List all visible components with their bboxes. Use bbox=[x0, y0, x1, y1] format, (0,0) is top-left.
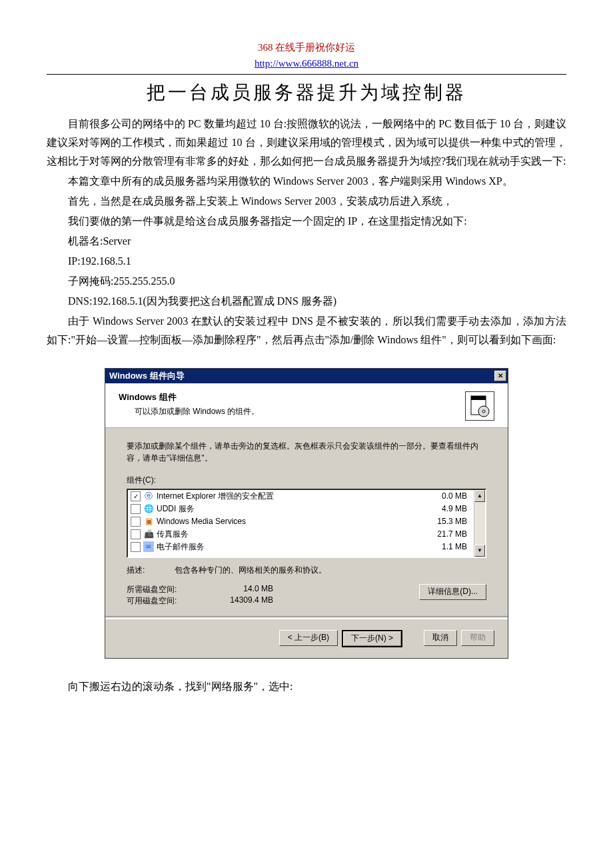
dialog-header-subtitle: 可以添加或删除 Windows 的组件。 bbox=[135, 406, 259, 417]
windows-components-wizard-dialog: Windows 组件向导 ✕ Windows 组件 可以添加或删除 Window… bbox=[105, 368, 508, 659]
paragraph: 由于 Windows Server 2003 在默认的安装过程中 DNS 是不被… bbox=[47, 312, 566, 349]
dialog-header-text: Windows 组件 可以添加或删除 Windows 的组件。 bbox=[119, 391, 259, 417]
dialog-footer: < 上一步(B) 下一步(N) > 取消 帮助 bbox=[105, 619, 508, 658]
component-row[interactable]: ✓ ⓔ Internet Explorer 增强的安全配置 0.0 MB bbox=[128, 490, 474, 503]
components-label: 组件(C): bbox=[127, 475, 486, 486]
details-button-wrap: 详细信息(D)... bbox=[419, 584, 486, 607]
document-page: 368 在线手册祝你好运 http://www.666888.net.cn 把一… bbox=[0, 0, 613, 724]
description-row: 描述: 包含各种专门的、网络相关的服务和协议。 bbox=[127, 565, 486, 576]
paragraph: 向下搬运右边的滚动条，找到"网络服务"，选中: bbox=[47, 677, 566, 696]
scroll-track[interactable] bbox=[474, 502, 485, 545]
cancel-button[interactable]: 取消 bbox=[424, 630, 457, 646]
dialog-title: Windows 组件向导 bbox=[109, 370, 185, 382]
dialog-header-title: Windows 组件 bbox=[119, 391, 259, 403]
component-name: 电子邮件服务 bbox=[157, 541, 420, 553]
checkbox-checked-icon[interactable]: ✓ bbox=[131, 491, 141, 501]
body-text: 目前很多公司的网络中的 PC 数量均超过 10 台:按照微软的说法，一般网络中的… bbox=[47, 115, 566, 349]
dialog-wrapper: Windows 组件向导 ✕ Windows 组件 可以添加或删除 Window… bbox=[47, 368, 566, 659]
dialog-titlebar[interactable]: Windows 组件向导 ✕ bbox=[105, 369, 508, 383]
paragraph: 本篇文章中所有的成员服务器均采用微软的 Windows Server 2003，… bbox=[47, 172, 566, 191]
cd-box-icon bbox=[465, 391, 494, 421]
header-red-text: 368 在线手册祝你好运 bbox=[47, 40, 566, 55]
space-available-label: 可用磁盘空间: bbox=[127, 595, 200, 607]
component-size: 1.1 MB bbox=[420, 542, 470, 551]
mail-icon: ✉ bbox=[143, 541, 154, 552]
ie-icon: ⓔ bbox=[143, 491, 154, 501]
space-available-value: 14309.4 MB bbox=[200, 595, 300, 607]
back-button[interactable]: < 上一步(B) bbox=[279, 630, 338, 646]
header-url-link[interactable]: http://www.666888.net.cn bbox=[255, 58, 358, 69]
component-size: 21.7 MB bbox=[420, 529, 470, 539]
component-name: Internet Explorer 增强的安全配置 bbox=[157, 491, 420, 502]
spacer bbox=[406, 630, 420, 647]
checkbox-unchecked-icon[interactable] bbox=[131, 542, 141, 552]
components-listbox[interactable]: ✓ ⓔ Internet Explorer 增强的安全配置 0.0 MB 🌐 U… bbox=[127, 489, 486, 558]
component-size: 4.9 MB bbox=[420, 504, 470, 513]
dialog-header-panel: Windows 组件 可以添加或删除 Windows 的组件。 bbox=[105, 383, 508, 428]
checkbox-unchecked-icon[interactable] bbox=[131, 504, 141, 514]
paragraph: 机器名:Server bbox=[47, 232, 566, 251]
space-required-value: 14.0 MB bbox=[200, 584, 300, 595]
dialog-instruction: 要添加或删除某个组件，请单击旁边的复选框。灰色框表示只会安装该组件的一部分。要查… bbox=[127, 440, 486, 464]
paragraph: 目前很多公司的网络中的 PC 数量均超过 10 台:按照微软的说法，一般网络中的… bbox=[47, 115, 566, 171]
body-text-after: 向下搬运右边的滚动条，找到"网络服务"，选中: bbox=[47, 677, 566, 696]
space-required-label: 所需磁盘空间: bbox=[127, 584, 200, 595]
paragraph: 我们要做的第一件事就是给这台成员服务器指定一个固定的 IP，在这里指定情况如下: bbox=[47, 212, 566, 231]
component-size: 0.0 MB bbox=[420, 491, 470, 501]
disk-space-values: 所需磁盘空间: 14.0 MB 可用磁盘空间: 14309.4 MB bbox=[127, 584, 419, 607]
component-row[interactable]: 🌐 UDDI 服务 4.9 MB bbox=[128, 503, 474, 515]
listbox-scrollbar[interactable]: ▲ ▼ bbox=[474, 490, 485, 557]
paragraph: 首先，当然是在成员服务器上安装上 Windows Server 2003，安装成… bbox=[47, 192, 566, 211]
globe-icon: 🌐 bbox=[143, 503, 154, 514]
component-name: Windows Media Services bbox=[157, 517, 420, 526]
scroll-up-button[interactable]: ▲ bbox=[474, 490, 485, 502]
fax-icon: 📠 bbox=[143, 529, 154, 539]
paragraph: 子网掩码:255.255.255.0 bbox=[47, 272, 566, 291]
checkbox-unchecked-icon[interactable] bbox=[131, 529, 141, 539]
paragraph: DNS:192.168.5.1(因为我要把这台机器配置成 DNS 服务器) bbox=[47, 292, 566, 311]
checkbox-unchecked-icon[interactable] bbox=[131, 517, 141, 527]
component-row[interactable]: ▣ Windows Media Services 15.3 MB bbox=[128, 515, 474, 528]
header-divider bbox=[47, 74, 566, 75]
page-title: 把一台成员服务器提升为域控制器 bbox=[47, 80, 566, 105]
component-row[interactable]: ✉ 电子邮件服务 1.1 MB bbox=[128, 541, 474, 553]
dialog-body: 要添加或删除某个组件，请单击旁边的复选框。灰色框表示只会安装该组件的一部分。要查… bbox=[105, 428, 508, 616]
component-row[interactable]: 📠 传真服务 21.7 MB bbox=[128, 528, 474, 541]
component-name: UDDI 服务 bbox=[157, 503, 420, 515]
component-size: 15.3 MB bbox=[420, 517, 470, 526]
svg-rect-1 bbox=[471, 396, 486, 400]
components-rows: ✓ ⓔ Internet Explorer 增强的安全配置 0.0 MB 🌐 U… bbox=[128, 490, 474, 557]
media-services-icon: ▣ bbox=[143, 516, 154, 527]
details-button[interactable]: 详细信息(D)... bbox=[419, 584, 486, 600]
paragraph: IP:192.168.5.1 bbox=[47, 252, 566, 271]
description-value: 包含各种专门的、网络相关的服务和协议。 bbox=[175, 565, 486, 576]
svg-point-3 bbox=[482, 410, 485, 413]
disk-space-section: 所需磁盘空间: 14.0 MB 可用磁盘空间: 14309.4 MB 详细信息(… bbox=[127, 584, 486, 607]
help-button[interactable]: 帮助 bbox=[461, 630, 494, 646]
close-button[interactable]: ✕ bbox=[494, 371, 506, 381]
description-label: 描述: bbox=[127, 565, 175, 576]
scroll-down-button[interactable]: ▼ bbox=[474, 545, 485, 557]
page-header: 368 在线手册祝你好运 http://www.666888.net.cn bbox=[47, 40, 566, 71]
component-name: 传真服务 bbox=[157, 529, 420, 540]
next-button[interactable]: 下一步(N) > bbox=[342, 630, 402, 647]
